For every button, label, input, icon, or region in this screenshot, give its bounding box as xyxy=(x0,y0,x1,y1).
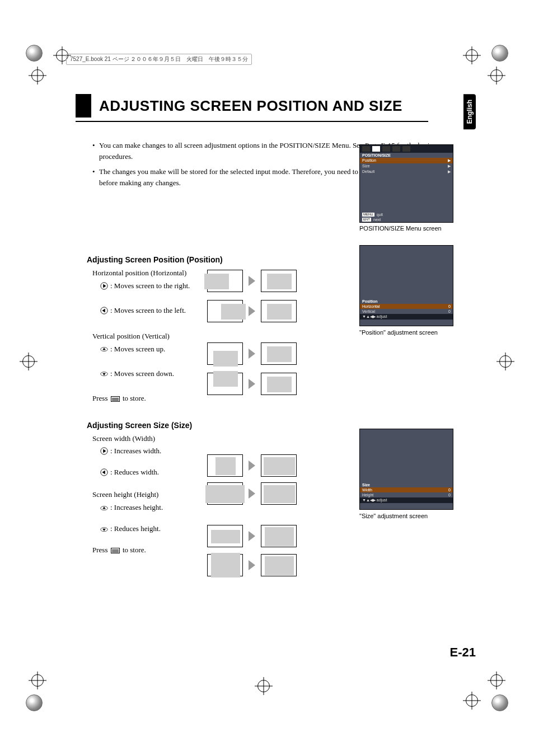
diagram-move-right xyxy=(207,270,297,292)
registration-mark xyxy=(22,355,35,368)
osd-menu-title: POSITION/SIZE xyxy=(360,153,453,158)
osd-size-adjust: Size Width 0 Height 0 ▼▲◀▶ adjust xyxy=(359,429,453,510)
osd-key-menu: MENU xyxy=(362,213,374,217)
menu-button-icon xyxy=(111,396,120,402)
osd-size-caption: "Size" adjustment screen xyxy=(359,513,428,519)
osd-row-value: 0 xyxy=(448,493,451,497)
registration-mark xyxy=(466,694,478,707)
registration-mark xyxy=(499,355,512,368)
increases-height-text: : Increases height. xyxy=(110,503,163,512)
svg-marker-11 xyxy=(102,471,105,475)
arrow-right-icon xyxy=(249,531,255,541)
arrow-right-icon xyxy=(249,560,255,570)
osd-panel-title: Position xyxy=(360,299,453,304)
osd-row-horizontal: Horizontal 0 xyxy=(360,304,453,309)
svg-marker-5 xyxy=(102,348,106,350)
arrow-right-icon xyxy=(249,489,255,499)
osd-row-value: 0 xyxy=(448,309,451,313)
page-number: E-21 xyxy=(450,645,476,660)
reduces-width-text: : Reduces width. xyxy=(110,468,159,477)
osd-footer: MENU quit xyxy=(360,212,453,217)
osd-arrow-icon: ▶ xyxy=(448,164,451,168)
arrow-right-icon xyxy=(249,349,255,359)
dpad-left-icon xyxy=(100,468,108,476)
registration-mark xyxy=(257,680,270,692)
osd-row-label: Vertical xyxy=(362,309,375,313)
increases-width-text: : Increases width. xyxy=(110,447,161,456)
diagram-reduce-width xyxy=(207,482,297,505)
press-prefix: Press xyxy=(92,546,110,554)
osd-tab-icon xyxy=(362,146,370,152)
osd-foot-label: next xyxy=(373,218,381,222)
registration-mark xyxy=(31,674,44,687)
page-title: ADJUSTING SCREEN POSITION AND SIZE xyxy=(99,97,402,115)
osd-item-label: Position xyxy=(362,158,376,163)
osd-footer: ▼▲◀▶ adjust xyxy=(360,314,453,320)
moves-right-text: : Moves screen to the right. xyxy=(110,281,190,290)
osd-position-size-menu: POSITION/SIZE Position ▶ Size ▶ Default … xyxy=(359,144,453,223)
arrow-right-icon xyxy=(249,276,255,286)
osd-item-position: Position ▶ xyxy=(360,158,453,163)
moves-down-text: : Moves screen down. xyxy=(110,369,174,378)
registration-mark xyxy=(490,69,503,82)
press-suffix: to store. xyxy=(121,546,146,554)
osd-row-value: 0 xyxy=(448,304,451,308)
diagram-increase-height xyxy=(207,525,297,547)
svg-marker-15 xyxy=(102,529,106,531)
dpad-up-icon xyxy=(100,504,108,511)
binder-hole-br xyxy=(491,694,508,711)
osd-footer: ENT next xyxy=(360,217,453,222)
osd-panel-title: Size xyxy=(360,482,453,487)
menu-button-icon xyxy=(111,548,120,553)
svg-marker-3 xyxy=(102,308,105,312)
osd-item-label: Size xyxy=(362,164,370,168)
file-header-note: 7527_E.book 21 ページ ２００６年９月５日 火曜日 午後９時３５分 xyxy=(66,54,252,65)
dpad-right-icon xyxy=(100,447,108,455)
binder-hole-bl xyxy=(26,694,43,711)
arrow-right-icon xyxy=(249,379,255,389)
dpad-down-icon xyxy=(100,370,108,378)
title-accent-block xyxy=(76,94,91,118)
language-tab: English xyxy=(463,94,476,129)
osd-arrow-icon: ▶ xyxy=(448,158,451,163)
svg-marker-1 xyxy=(103,284,106,288)
dpad-right-icon xyxy=(100,282,108,290)
osd-position-caption: "Position" adjustment screen xyxy=(359,329,438,336)
osd-item-label: Default xyxy=(362,170,374,174)
dpad-up-icon xyxy=(100,345,108,353)
reduces-height-text: : Reduces height. xyxy=(110,524,161,533)
osd-tab-icon xyxy=(372,146,380,152)
diagram-move-down xyxy=(207,373,297,395)
osd-row-label: Horizontal xyxy=(362,304,380,308)
osd-arrow-icon: ▶ xyxy=(448,170,451,174)
osd-key-ent: ENT xyxy=(362,218,371,222)
osd-position-adjust: Position Horizontal 0 Vertical 0 ▼▲◀▶ ad… xyxy=(359,245,453,326)
svg-marker-13 xyxy=(102,506,106,509)
registration-mark xyxy=(490,674,503,687)
binder-hole-tl xyxy=(26,45,43,62)
moves-left-text: : Moves screen to the left. xyxy=(110,306,186,315)
press-suffix: to store. xyxy=(121,394,146,402)
osd-main-caption: POSITION/SIZE Menu screen xyxy=(359,225,442,232)
svg-marker-7 xyxy=(102,373,106,375)
osd-row-vertical: Vertical 0 xyxy=(360,309,453,314)
diagram-increase-width xyxy=(207,454,297,477)
registration-mark xyxy=(466,49,478,62)
arrow-right-icon xyxy=(249,306,255,316)
arrow-right-icon xyxy=(249,461,255,471)
osd-foot-label: quit xyxy=(377,213,383,217)
title-bar: ADJUSTING SCREEN POSITION AND SIZE xyxy=(76,94,428,122)
osd-row-height: Height 0 xyxy=(360,492,453,497)
osd-tab-icon xyxy=(382,146,390,152)
press-prefix: Press xyxy=(92,394,110,402)
diagram-reduce-height xyxy=(207,554,297,576)
osd-item-size: Size ▶ xyxy=(360,163,453,169)
dpad-down-icon xyxy=(100,525,108,533)
osd-row-label: Height xyxy=(362,493,373,497)
registration-mark xyxy=(31,69,44,82)
osd-footer: ▼▲◀▶ adjust xyxy=(360,497,453,503)
osd-row-width: Width 0 xyxy=(360,487,453,492)
diagram-move-up xyxy=(207,342,297,365)
osd-tab-icon xyxy=(402,146,410,152)
diagram-move-left xyxy=(207,300,297,322)
